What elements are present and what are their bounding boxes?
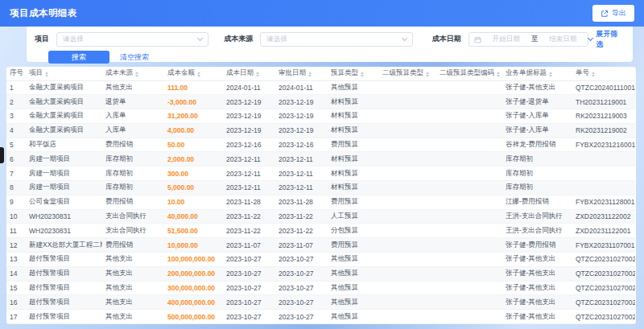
table-cell: 2023-10-27: [275, 253, 328, 267]
table-cell: 金融大厦采购项目: [26, 109, 102, 124]
table-cell: 材料预算: [328, 95, 379, 109]
table-cell: 费用预算: [328, 138, 379, 152]
table-cell: 费用预算: [328, 238, 379, 253]
column-label: 单号: [576, 68, 589, 76]
end-date-input[interactable]: 结束日期: [543, 35, 583, 44]
column-header-10: 单号: [572, 67, 635, 80]
table-cell: FYBX20231107001: [572, 238, 635, 253]
table-row: 10WH20230831支出合同执行40,000.002023-11-22202…: [6, 209, 635, 224]
sort-icon[interactable]: [135, 72, 138, 77]
column-header-9: 业务单据标题: [502, 67, 572, 80]
table-cell: [436, 123, 502, 138]
table-cell: 库存期初: [502, 167, 572, 181]
table-cell: 2023-12-16: [223, 138, 275, 152]
table-cell: 超付预警项目: [26, 295, 102, 310]
table-cell: [572, 181, 635, 195]
cost-date-range-picker[interactable]: 开始日期 至 结束日期: [469, 32, 588, 47]
cost-detail-table-panel: 序号项目成本来源成本金额成本日期审批日期预算类型二级预算类型二级预算类型编码业务…: [6, 67, 636, 324]
table-cell: 房建一期项目: [26, 167, 102, 181]
table-cell: -3,000.00: [164, 95, 223, 109]
table-cell: 入库单: [102, 109, 164, 124]
table-cell: [436, 95, 502, 109]
table-row: 9公司食堂项目费用报销10.002023-11-282023-11-28费用预算…: [6, 195, 635, 209]
project-select[interactable]: 请选择: [56, 32, 208, 47]
table-row: 16超付预警项目其他支出400,000,000.002023-10-272023…: [6, 295, 635, 310]
table-cell: 2024-01-11: [223, 80, 275, 95]
table-cell: 2023-11-28: [223, 195, 275, 209]
sort-icon[interactable]: [45, 72, 48, 77]
table-cell: 材料预算: [328, 109, 379, 124]
column-label: 预算类型: [331, 68, 358, 76]
table-cell: 300.00: [164, 167, 223, 181]
expand-filter-link[interactable]: 展开筛选: [588, 29, 625, 50]
column-header-3: 成本金额: [164, 67, 223, 80]
table-cell: 100,000,000.00: [164, 253, 223, 267]
scrollbar-thumb[interactable]: [0, 147, 4, 163]
table-cell: [379, 80, 436, 95]
table-cell: 入库单: [102, 123, 164, 138]
table-cell: 2023-11-07: [223, 238, 275, 253]
table-cell: 500,000,000.00: [164, 310, 223, 324]
table-row: 17超付预警项目其他支出500,000,000.002023-10-272023…: [6, 310, 635, 324]
table-cell: 2023-12-19: [223, 123, 275, 138]
table-cell: 金融大厦采购项目: [26, 123, 102, 138]
table-cell: 2023-10-27: [223, 253, 275, 267]
sort-icon[interactable]: [256, 72, 259, 77]
table-row: 6房建一期项目库存期初2,000.002023-12-112023-12-11材…: [6, 152, 635, 167]
table-cell: 新建XX总部大厦工程二期: [26, 238, 102, 253]
table-cell: 2023-10-27: [223, 281, 275, 295]
clear-search-link[interactable]: 清空搜索: [120, 52, 149, 63]
table-cell: 2023-12-19: [275, 109, 328, 124]
table-cell: 超付预警项目: [26, 310, 102, 324]
sort-icon[interactable]: [497, 72, 500, 77]
table-cell: 费用报销: [102, 238, 164, 253]
table-cell: 300,000,000.00: [164, 281, 223, 295]
table-cell: [379, 123, 436, 138]
table-cell: 2023-12-19: [275, 123, 328, 138]
table-cell: RK20231219003: [572, 109, 635, 124]
table-cell: [436, 80, 502, 95]
table-cell: 其他支出: [102, 80, 164, 95]
table-cell: 其他预算: [328, 80, 379, 95]
chevron-down-icon: [588, 35, 593, 40]
table-cell: [379, 281, 436, 295]
table-cell: 库存期初: [102, 181, 164, 195]
sort-icon[interactable]: [197, 72, 200, 77]
chevron-down-icon: [402, 35, 407, 40]
sort-icon[interactable]: [592, 72, 595, 77]
table-cell: 2023-11-07: [275, 238, 328, 253]
sort-icon[interactable]: [549, 72, 552, 77]
table-cell: 张子健-费用报销: [502, 238, 572, 253]
sort-icon[interactable]: [361, 72, 364, 77]
table-cell: 超付预警项目: [26, 266, 102, 281]
table-row: 12新建XX总部大厦工程二期费用报销10,000.002023-11-07202…: [6, 238, 635, 253]
page-header: 项目成本明细表 导出: [0, 0, 644, 27]
table-row: 13超付预警项目其他支出100,000,000.002023-10-272023…: [6, 253, 635, 267]
table-cell: [436, 109, 502, 124]
date-range-separator: 至: [531, 35, 539, 44]
table-cell: 2023-12-16: [275, 138, 328, 152]
column-label: 二级预算类型: [382, 68, 423, 76]
table-cell: 2023-11-22: [223, 209, 275, 224]
table-cell: 2023-11-22: [223, 224, 275, 238]
start-date-input[interactable]: 开始日期: [486, 35, 526, 44]
sort-icon[interactable]: [426, 72, 429, 77]
table-cell: [436, 209, 502, 224]
table-cell: 费用报销: [102, 195, 164, 209]
table-cell: 张子健-入库单: [502, 123, 572, 138]
table-cell: [379, 209, 436, 224]
sort-icon[interactable]: [308, 72, 312, 77]
table-cell: 2023-12-11: [223, 181, 275, 195]
table-cell: QTZC20240111001: [572, 80, 635, 95]
column-header-0: 序号: [6, 67, 26, 80]
column-header-8: 二级预算类型编码: [436, 67, 502, 80]
cost-source-select[interactable]: 请选择: [260, 32, 412, 47]
table-cell: 张子健-其他支出: [502, 253, 572, 267]
search-button[interactable]: 搜索: [48, 51, 109, 64]
table-cell: 2023-11-22: [275, 224, 328, 238]
table-cell: 库存期初: [102, 152, 164, 167]
export-button[interactable]: 导出: [592, 5, 634, 22]
cost-source-filter-label: 成本来源: [224, 34, 253, 44]
column-label: 序号: [10, 68, 23, 76]
table-cell: 张子健-退货单: [502, 95, 572, 109]
